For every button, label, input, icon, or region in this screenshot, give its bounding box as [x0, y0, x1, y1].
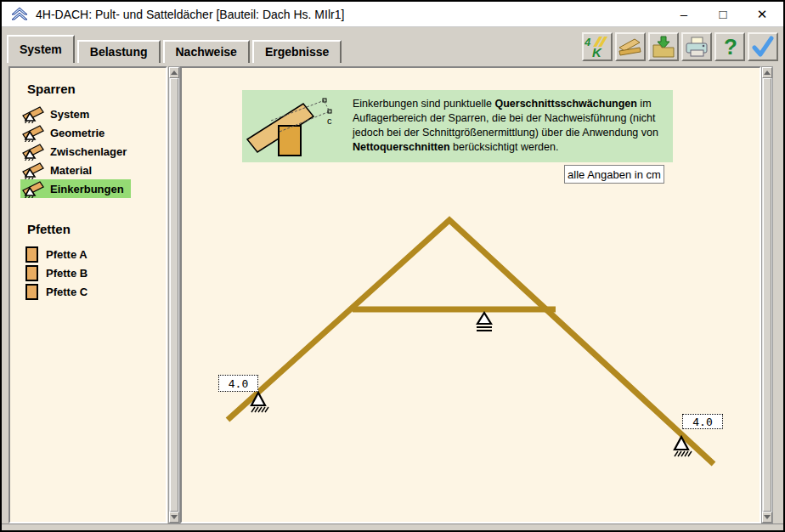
dimension-c-label: c	[327, 116, 332, 126]
content-area: Sparren System Geometrie Zwischenlager M…	[2, 63, 783, 525]
confirm-button[interactable]	[748, 32, 778, 61]
close-button[interactable]: ✕	[749, 5, 775, 24]
status-strip	[2, 524, 783, 530]
sidebar-scrollbar[interactable]	[168, 66, 180, 524]
rafters-line	[228, 220, 714, 464]
rafter-icon	[22, 124, 44, 142]
sidebar-item-pfette-b[interactable]: Pfette B	[20, 263, 162, 282]
sidebar-item-pfette-c[interactable]: Pfette C	[20, 282, 162, 301]
printer-icon	[685, 36, 709, 58]
info-text-part: berücksichtigt werden.	[450, 141, 559, 153]
purlin-icon	[25, 265, 38, 281]
tab-belastung[interactable]: Belastung	[77, 40, 161, 63]
info-text-bold: Nettoquerschnitten	[353, 141, 450, 153]
sidebar-item-material[interactable]: Material	[20, 161, 99, 179]
scroll-down-button[interactable]	[762, 512, 772, 523]
sidebar-item-label: Pfette C	[46, 286, 88, 298]
scroll-up-button[interactable]	[762, 67, 772, 78]
rafter-icon	[22, 161, 44, 179]
info-text-part: Einkerbungen sind punktuelle	[353, 98, 494, 110]
sidebar-item-label: Zwischenlager	[50, 145, 127, 158]
rafter-icon	[22, 180, 44, 198]
sidebar: Sparren System Geometrie Zwischenlager M…	[8, 66, 167, 524]
svg-text:4: 4	[585, 36, 591, 48]
scrollbar-thumb[interactable]	[763, 78, 771, 512]
sidebar-section-pfetten: Pfetten	[27, 222, 162, 236]
chevron-down-icon	[171, 515, 178, 519]
scrollbar-thumb[interactable]	[170, 78, 178, 512]
sidebar-item-label: Einkerbungen	[50, 183, 124, 195]
sidebar-item-system[interactable]: System	[20, 105, 96, 123]
tab-nachweise[interactable]: Nachweise	[163, 40, 250, 63]
timber-beams-icon	[618, 36, 643, 58]
info-text-bold: Querschnittsschwächungen	[494, 98, 636, 110]
sidebar-item-einkerbungen[interactable]: Einkerbungen	[20, 179, 131, 198]
logo-4hk-icon: 4 K	[585, 35, 610, 59]
main-canvas-panel: c Einkerbungen sind punktuelle Querschni…	[180, 66, 761, 524]
info-text: Einkerbungen sind punktuelle Querschnitt…	[351, 90, 673, 162]
window-controls: – □ ✕	[671, 5, 775, 24]
import-folder-icon	[652, 35, 675, 59]
svg-text:?: ?	[724, 35, 737, 59]
titlebar: 4H-DACH: Pult- und Satteldächer [Bauteil…	[2, 2, 783, 27]
app-roof-icon	[10, 6, 29, 23]
maximize-button[interactable]: □	[710, 5, 736, 24]
scroll-down-button[interactable]	[169, 512, 179, 523]
app-window: 4H-DACH: Pult- und Satteldächer [Bauteil…	[0, 0, 785, 532]
support-roller-middle-icon	[477, 313, 492, 331]
right-notch-dimension-field[interactable]: 4.0	[682, 414, 723, 429]
notch-detail-illustration: c	[242, 90, 351, 162]
tab-system[interactable]: System	[7, 35, 75, 63]
main-scrollbar[interactable]	[761, 66, 773, 524]
sidebar-item-label: System	[50, 108, 89, 121]
info-box: c Einkerbungen sind punktuelle Querschni…	[242, 90, 673, 162]
rafter-icon	[22, 105, 44, 123]
sidebar-item-label: Material	[50, 164, 92, 177]
scroll-up-button[interactable]	[169, 67, 179, 78]
svg-text:K: K	[592, 45, 602, 59]
help-button[interactable]: ?	[714, 32, 745, 61]
sidebar-item-label: Pfette B	[46, 267, 88, 280]
chevron-down-icon	[764, 515, 771, 519]
timber-button[interactable]	[615, 32, 646, 61]
tab-ergebnisse[interactable]: Ergebnisse	[252, 40, 342, 63]
purlin-icon	[25, 246, 38, 263]
minimize-button[interactable]: –	[671, 5, 697, 24]
confirm-check-icon	[751, 36, 775, 58]
sidebar-item-pfette-a[interactable]: Pfette A	[20, 245, 162, 263]
window-title: 4H-DACH: Pult- und Satteldächer [Bauteil…	[36, 8, 344, 21]
sidebar-item-geometrie[interactable]: Geometrie	[20, 123, 111, 142]
units-label: alle Angaben in cm	[564, 165, 664, 184]
sidebar-item-zwischenlager[interactable]: Zwischenlager	[20, 142, 133, 161]
sidebar-section-sparren: Sparren	[27, 82, 162, 96]
import-button[interactable]	[648, 32, 679, 61]
sidebar-item-label: Pfette A	[46, 248, 88, 261]
logo-4hk-button[interactable]: 4 K	[582, 32, 613, 61]
sidebar-item-label: Geometrie	[50, 127, 104, 139]
help-question-icon: ?	[720, 35, 739, 59]
purlin-icon	[25, 284, 38, 300]
tab-bar: System Belastung Nachweise Ergebnisse 4 …	[3, 31, 782, 63]
toolbar: 4 K	[582, 32, 778, 63]
rafter-icon	[22, 143, 44, 161]
chevron-up-icon	[171, 71, 178, 75]
left-notch-dimension-field[interactable]: 4.0	[218, 375, 258, 392]
print-button[interactable]	[681, 32, 712, 61]
chevron-up-icon	[764, 71, 771, 75]
